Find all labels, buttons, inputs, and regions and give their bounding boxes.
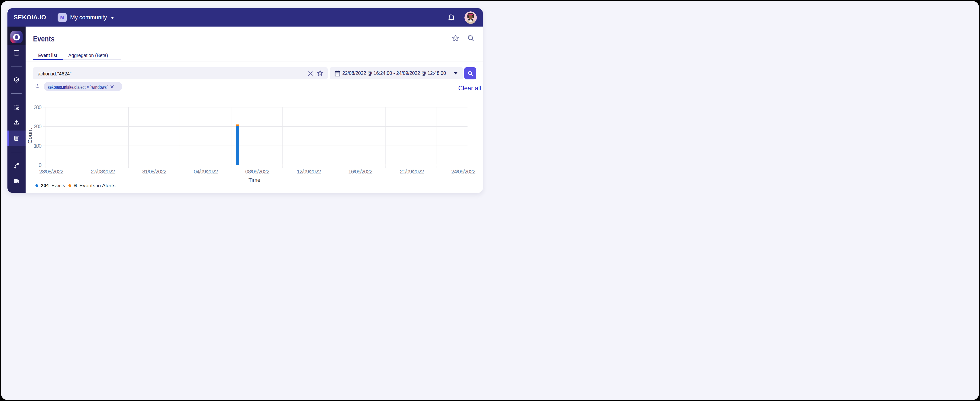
svg-text:100: 100: [34, 143, 42, 149]
svg-text:08/09/2022: 08/09/2022: [245, 169, 270, 175]
svg-text:04/09/2022: 04/09/2022: [194, 169, 218, 175]
svg-text:23/08/2022: 23/08/2022: [39, 169, 64, 175]
svg-text:20/09/2022: 20/09/2022: [399, 169, 424, 175]
svg-text:12/09/2022: 12/09/2022: [297, 169, 321, 175]
svg-text:Events in Alerts: Events in Alerts: [79, 183, 115, 188]
svg-text:200: 200: [34, 124, 42, 129]
svg-text:Events: Events: [51, 183, 65, 188]
svg-text:31/08/2022: 31/08/2022: [142, 169, 167, 175]
svg-text:0: 0: [38, 162, 41, 168]
svg-text:6: 6: [74, 183, 77, 188]
svg-text:Time: Time: [248, 177, 260, 183]
svg-text:Count: Count: [27, 128, 33, 144]
svg-text:16/09/2022: 16/09/2022: [348, 169, 372, 175]
svg-text:27/08/2022: 27/08/2022: [91, 169, 115, 175]
svg-text:24/09/2022: 24/09/2022: [451, 169, 476, 175]
svg-text:300: 300: [34, 105, 42, 110]
svg-text:204: 204: [41, 183, 49, 188]
